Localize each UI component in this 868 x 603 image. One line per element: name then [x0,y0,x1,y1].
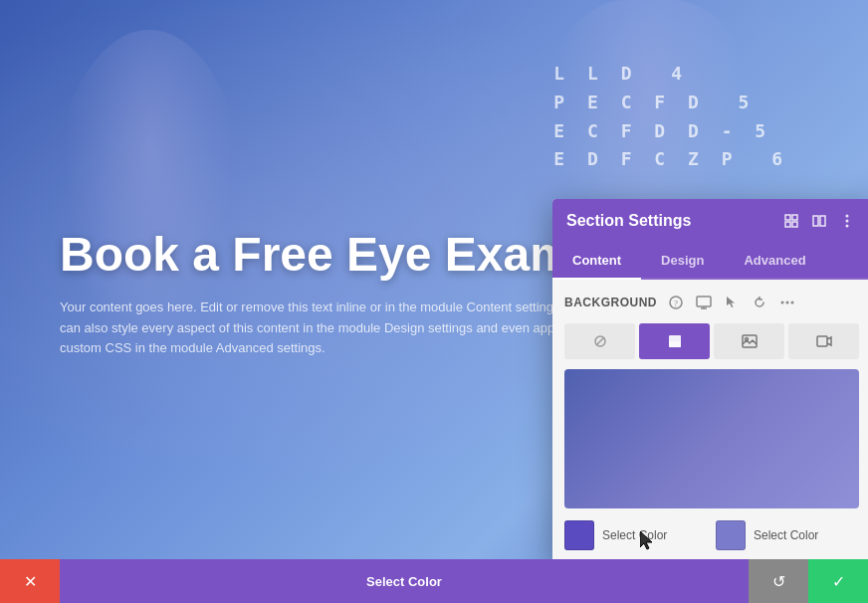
toolbar-redo-button[interactable]: ↺ [749,559,808,603]
tab-advanced[interactable]: Advanced [724,243,825,280]
color-stop-2: Select Color [716,520,859,550]
pointer-icon[interactable] [721,292,743,313]
bg-type-video[interactable] [788,323,859,359]
svg-point-16 [791,302,794,304]
svg-rect-1 [792,215,797,220]
tab-design[interactable]: Design [641,243,724,280]
settings-panel: Section Settings [552,199,868,562]
svg-rect-2 [785,222,790,227]
help-icon[interactable]: ? [665,292,687,313]
redo-icon: ↺ [772,572,785,591]
panel-title: Section Settings [566,212,691,230]
svg-point-6 [846,215,849,218]
hero-subtitle: Your content goes here. Edit or remove t… [60,298,597,359]
select-color-btn-1[interactable]: Select Color [602,528,667,542]
panel-header: Section Settings [552,199,868,243]
panel-header-icons [781,211,857,231]
svg-rect-20 [669,341,681,347]
svg-rect-3 [792,222,797,227]
color-swatch-1[interactable] [564,520,594,550]
bottom-toolbar: ✕ Select Color ↺ ✓ [0,559,868,603]
hero-content: Book a Free Eye Exam Your content goes h… [60,229,597,359]
toolbar-cancel-button[interactable]: ✕ [0,559,60,603]
background-label: Background [564,296,657,309]
tabs-row: Content Design Advanced [552,243,868,280]
more-icon[interactable] [837,211,857,231]
expand-icon[interactable] [781,211,801,231]
bg-type-row [564,323,859,359]
svg-rect-11 [697,297,711,306]
bg-type-image[interactable] [714,323,784,359]
svg-point-15 [786,302,789,304]
color-swatch-2[interactable] [716,520,746,550]
svg-rect-0 [785,215,790,220]
cancel-icon: ✕ [24,572,37,591]
eye-chart: L L D 4 P E C F D 5 E C F D D - 5 E D F … [553,60,788,174]
hero-title: Book a Free Eye Exam [60,229,597,282]
toolbar-select-color-button[interactable]: Select Color [60,559,749,603]
svg-rect-4 [813,216,818,226]
svg-text:?: ? [674,299,678,308]
background-label-row: Background ? [564,292,859,313]
confirm-icon: ✓ [832,572,845,591]
panel-body: Background ? [552,280,868,562]
svg-line-18 [596,337,604,345]
select-color-btn-2[interactable]: Select Color [754,528,818,542]
bg-icon-row: ? [665,292,798,313]
svg-rect-23 [817,336,827,346]
select-color-label: Select Color [366,574,442,589]
desktop-icon[interactable] [693,292,715,313]
more-options-icon[interactable] [776,292,798,313]
svg-rect-5 [820,216,825,226]
tab-content[interactable]: Content [552,243,641,280]
bg-type-none[interactable] [564,323,635,359]
columns-icon[interactable] [809,211,829,231]
svg-point-7 [846,220,849,223]
gradient-preview [564,369,859,508]
reset-icon[interactable] [749,292,770,313]
bg-type-color[interactable] [639,323,710,359]
toolbar-confirm-button[interactable]: ✓ [808,559,868,603]
svg-point-8 [846,225,849,228]
svg-point-14 [781,302,784,304]
color-stops-row: Select Color Select Color [564,520,859,550]
color-stop-1: Select Color [564,520,708,550]
